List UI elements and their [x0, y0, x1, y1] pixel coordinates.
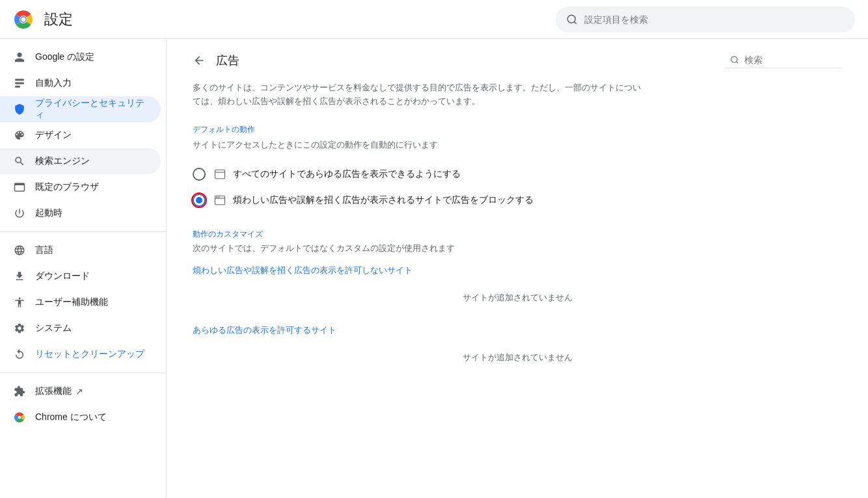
block-icon	[213, 194, 226, 207]
search-engine-icon	[13, 155, 26, 168]
content-header: 広告	[193, 52, 842, 68]
content-search-bar[interactable]	[725, 52, 842, 68]
sidebar-item-reset[interactable]: リセットとクリーンアップ	[0, 341, 161, 367]
sidebar-item-startup[interactable]: 起動時	[0, 200, 161, 226]
sidebar-item-search[interactable]: 検索エンジン	[0, 148, 161, 174]
sidebar-item-extensions[interactable]: 拡張機能 ↗	[0, 378, 161, 404]
customize-section: 動作のカスタマイズ 次のサイトでは、デフォルトではなくカスタムの設定が使用されま…	[193, 229, 842, 374]
option-allow-all[interactable]: すべてのサイトであらゆる広告を表示できるようにする	[193, 161, 842, 187]
sidebar-item-system[interactable]: システム	[0, 315, 161, 341]
sidebar-item-browser[interactable]: 既定のブラウザ	[0, 174, 161, 200]
block-sites-empty: サイトが追加されていません	[193, 282, 842, 314]
search-input[interactable]	[584, 14, 845, 25]
browser-icon	[13, 181, 26, 194]
sidebar-item-privacy[interactable]: プライバシーとセキュリティ	[0, 96, 161, 122]
reset-icon	[13, 348, 26, 361]
sidebar-item-label: プライバシーとセキュリティ	[35, 98, 148, 121]
extensions-icon	[13, 385, 26, 398]
sidebar-divider-1	[0, 231, 166, 232]
download-icon	[13, 270, 26, 283]
customize-desc: 次のサイトでは、デフォルトではなくカスタムの設定が使用されます	[193, 242, 842, 254]
chrome-about-icon	[13, 411, 26, 424]
sidebar-item-label: 起動時	[35, 207, 62, 219]
sidebar-item-download[interactable]: ダウンロード	[0, 263, 161, 289]
autofill-icon	[13, 77, 26, 90]
page-title: 設定	[44, 10, 73, 29]
header: 設定	[0, 0, 868, 39]
external-link-icon: ↗	[75, 386, 83, 397]
palette-icon	[13, 129, 26, 142]
svg-rect-14	[215, 170, 225, 179]
svg-point-12	[18, 416, 21, 419]
block-sites-title: 煩わしい広告や誤解を招く広告の表示を許可しないサイト	[193, 265, 842, 276]
allow-sites-title: あらゆる広告の表示を許可するサイト	[193, 324, 842, 336]
sidebar-item-autofill[interactable]: 自動入力	[0, 70, 161, 96]
accessibility-icon	[13, 296, 26, 309]
option-allow-all-label: すべてのサイトであらゆる広告を表示できるようにする	[233, 168, 461, 180]
radio-block-intrusive[interactable]	[193, 194, 206, 207]
svg-rect-16	[215, 196, 225, 205]
main-layout: Google の設定 自動入力 プライバシーとセキュリティ デザイン	[0, 39, 868, 498]
allow-sites-empty: サイトが追加されていません	[193, 341, 842, 374]
sidebar-item-about[interactable]: Chrome について	[0, 404, 161, 430]
svg-rect-7	[15, 86, 20, 88]
sidebar: Google の設定 自動入力 プライバシーとセキュリティ デザイン	[0, 39, 167, 498]
shield-icon	[13, 103, 26, 116]
sidebar-item-label: ユーザー補助機能	[35, 296, 108, 308]
content-area: 広告 多くのサイトは、コンテンツやサービスを料金なしで提供する目的で広告を表示し…	[167, 39, 868, 498]
sidebar-item-label: 言語	[35, 244, 53, 256]
system-icon	[13, 322, 26, 335]
sidebar-item-label: Google の設定	[35, 51, 94, 63]
sidebar-item-label: 自動入力	[35, 77, 72, 89]
svg-rect-6	[15, 83, 24, 85]
window-icon	[213, 168, 226, 181]
power-icon	[13, 207, 26, 220]
svg-rect-9	[15, 183, 25, 185]
default-behavior-desc: サイトにアクセスしたときにこの設定の動作を自動的に行います	[193, 139, 842, 151]
sidebar-item-design[interactable]: デザイン	[0, 122, 161, 148]
content-search-icon	[730, 55, 739, 65]
search-icon	[566, 14, 578, 25]
sidebar-item-label: システム	[35, 322, 72, 334]
default-behavior-label: デフォルトの動作	[193, 124, 842, 135]
sidebar-item-label: Chrome について	[35, 412, 107, 423]
svg-rect-5	[15, 79, 24, 81]
globe-icon	[13, 244, 26, 257]
content-search-input[interactable]	[744, 55, 837, 65]
option-block-intrusive-label: 煩わしい広告や誤解を招く広告が表示されるサイトで広告をブロックする	[233, 194, 534, 206]
radio-allow-all[interactable]	[193, 168, 206, 181]
option-block-intrusive[interactable]: 煩わしい広告や誤解を招く広告が表示されるサイトで広告をブロックする	[193, 187, 842, 213]
sidebar-item-label: 拡張機能	[35, 386, 72, 397]
search-bar[interactable]	[556, 7, 855, 33]
person-icon	[13, 51, 26, 64]
svg-point-4	[567, 15, 575, 23]
sidebar-item-label: デザイン	[35, 129, 72, 141]
sidebar-item-label: リセットとクリーンアップ	[35, 348, 144, 360]
default-behavior-section: デフォルトの動作 サイトにアクセスしたときにこの設定の動作を自動的に行います す…	[193, 124, 842, 213]
customize-title: 動作のカスタマイズ	[193, 229, 842, 240]
sidebar-item-language[interactable]: 言語	[0, 237, 161, 263]
back-button[interactable]	[193, 54, 206, 67]
sidebar-item-label: 検索エンジン	[35, 155, 90, 167]
sidebar-item-label: 既定のブラウザ	[35, 181, 99, 193]
content-title: 広告	[216, 53, 725, 68]
sidebar-divider-2	[0, 373, 166, 373]
sidebar-item-label: ダウンロード	[35, 270, 90, 282]
sidebar-item-accessibility[interactable]: ユーザー補助機能	[0, 289, 161, 315]
svg-point-3	[21, 17, 26, 21]
content-description: 多くのサイトは、コンテンツやサービスを料金なしで提供する目的で広告を表示します。…	[193, 81, 648, 109]
svg-point-13	[731, 57, 737, 62]
sidebar-item-google[interactable]: Google の設定	[0, 44, 161, 70]
chrome-logo	[13, 9, 34, 30]
